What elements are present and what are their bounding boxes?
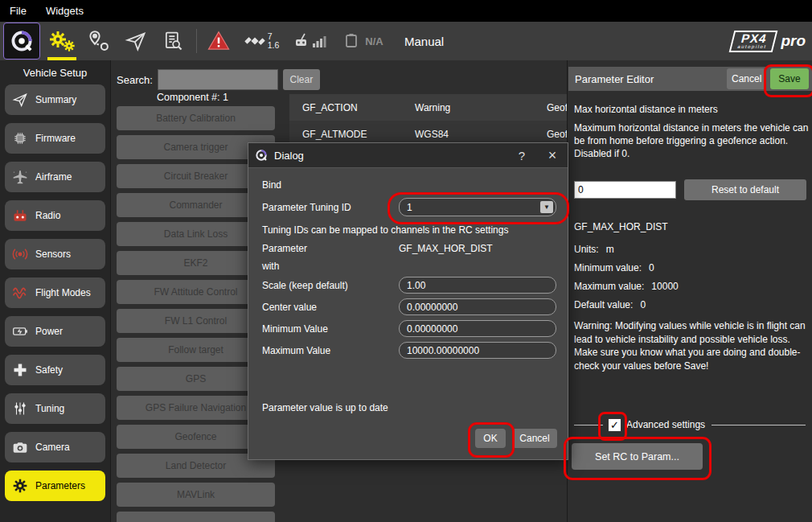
group-battery-calibration[interactable]: Battery Calibration bbox=[117, 106, 275, 130]
sidebar-item-airframe[interactable]: Airframe bbox=[5, 162, 105, 192]
param-value-input[interactable] bbox=[574, 181, 676, 199]
sidebar-item-label: Camera bbox=[35, 442, 70, 453]
min-label: Minimum value: bbox=[574, 262, 642, 273]
px4-logo-box: PX4 autopilot bbox=[729, 31, 778, 52]
battery-indicator[interactable]: N/A bbox=[334, 22, 392, 60]
vehicle-setup-sidebar: Vehicle Setup Summary Firmware Airframe bbox=[0, 60, 111, 522]
analyze-tab[interactable] bbox=[154, 22, 191, 60]
sidebar-item-firmware[interactable]: Firmware bbox=[5, 123, 105, 154]
maximum-value-input[interactable]: 10000.00000000 bbox=[399, 342, 556, 359]
set-rc-to-param-button[interactable]: Set RC to Param... bbox=[572, 443, 703, 470]
sidebar-item-label: Radio bbox=[35, 210, 60, 221]
vehicle-setup-tab[interactable] bbox=[43, 22, 80, 60]
menu-widgets[interactable]: Widgets bbox=[46, 5, 84, 17]
sidebar-title: Vehicle Setup bbox=[0, 60, 110, 84]
sidebar-item-power[interactable]: Power bbox=[5, 316, 105, 347]
reset-to-default-button[interactable]: Reset to default bbox=[684, 179, 806, 200]
fly-tab[interactable] bbox=[117, 22, 154, 60]
editor-save-button[interactable]: Save bbox=[770, 68, 809, 89]
rc-radio-icon bbox=[10, 206, 31, 225]
dialog-close-button[interactable]: × bbox=[540, 144, 564, 166]
maximum-value-label: Maximum Value bbox=[262, 345, 330, 356]
param-name: GF_MAX_HOR_DIST bbox=[574, 221, 668, 232]
warning-triangle-icon bbox=[206, 29, 232, 53]
gps-indicator[interactable]: 7 1.6 bbox=[236, 22, 287, 60]
table-row[interactable]: GF_ACTION Warning Geof bbox=[289, 94, 567, 121]
ok-button[interactable]: OK bbox=[475, 429, 506, 448]
paper-plane-icon bbox=[125, 30, 147, 52]
center-value-label: Center value bbox=[262, 302, 317, 313]
min-value: 0 bbox=[649, 262, 654, 273]
scale-input[interactable]: 1.00 bbox=[399, 277, 556, 294]
plan-tab[interactable] bbox=[80, 22, 117, 60]
advanced-settings-label: Advanced settings bbox=[626, 419, 705, 430]
divider-line bbox=[712, 425, 806, 425]
toolbar-divider bbox=[196, 29, 197, 53]
tuning-id-dropdown[interactable]: 1 ▼ bbox=[399, 198, 556, 216]
sidebar-item-radio[interactable]: Radio bbox=[5, 200, 105, 231]
center-value: 0.00000000 bbox=[407, 302, 457, 313]
default-value-row: Default value:0 bbox=[574, 299, 646, 310]
menu-file[interactable]: File bbox=[10, 5, 27, 17]
clear-button[interactable]: Clear bbox=[283, 69, 320, 90]
units-label: Units: bbox=[574, 244, 599, 255]
sidebar-item-safety[interactable]: Safety bbox=[5, 355, 105, 385]
group-mavlink[interactable]: MAVLink bbox=[117, 483, 275, 507]
rc-rssi-indicator[interactable] bbox=[287, 22, 334, 60]
min-value-row: Minimum value:0 bbox=[574, 262, 654, 273]
parameter-label-line1: Parameter bbox=[262, 243, 307, 254]
editor-cancel-button[interactable]: Cancel bbox=[727, 68, 765, 89]
sidebar-item-flight-modes[interactable]: Flight Modes bbox=[5, 277, 105, 308]
gears-icon bbox=[10, 476, 31, 495]
search-row: Search: Clear bbox=[117, 69, 320, 90]
sidebar-item-label: Flight Modes bbox=[35, 287, 91, 298]
battery-icon bbox=[10, 322, 31, 341]
px4-logo-text: PX4 bbox=[738, 33, 770, 44]
divider-line bbox=[574, 425, 603, 425]
sidebar-item-label: Summary bbox=[35, 94, 76, 105]
advanced-settings-row: ✓ Advanced settings bbox=[574, 417, 806, 432]
dialog-titlebar: Dialog ? × bbox=[248, 143, 568, 168]
max-label: Maximum value: bbox=[574, 281, 644, 292]
dialog-cancel-button[interactable]: Cancel bbox=[512, 429, 557, 448]
sidebar-item-label: Firmware bbox=[35, 133, 76, 144]
group-partial[interactable] bbox=[117, 512, 275, 522]
param-long-description: Maximum horizontal distance in meters th… bbox=[574, 121, 809, 160]
center-value-input[interactable]: 0.00000000 bbox=[399, 298, 556, 315]
minimum-value-input[interactable]: 0.00000000 bbox=[399, 320, 556, 337]
component-header: Component #: 1 bbox=[157, 92, 228, 103]
param-short-description: Max horizontal distance in meters bbox=[574, 104, 718, 115]
dialog-body: Bind Parameter Tuning ID 1 ▼ Tuning IDs … bbox=[248, 167, 568, 459]
sensor-waves-icon bbox=[10, 245, 31, 264]
scale-value: 1.00 bbox=[407, 280, 425, 291]
sidebar-item-camera[interactable]: Camera bbox=[5, 432, 105, 462]
qgc-logo-button[interactable] bbox=[3, 23, 40, 60]
tuning-id-label: Parameter Tuning ID bbox=[262, 202, 351, 213]
sidebar-item-label: Power bbox=[35, 326, 63, 337]
sidebar-item-sensors[interactable]: Sensors bbox=[5, 239, 105, 269]
maximum-value: 10000.00000000 bbox=[407, 345, 479, 356]
max-value-row: Maximum value:10000 bbox=[574, 281, 679, 292]
messages-indicator[interactable] bbox=[202, 22, 236, 60]
units-value: m bbox=[606, 244, 614, 255]
satellite-icon bbox=[244, 30, 266, 52]
document-search-icon bbox=[162, 30, 184, 52]
advanced-settings-checkbox[interactable]: ✓ bbox=[608, 418, 621, 432]
dialog-help-button[interactable]: ? bbox=[510, 144, 534, 166]
camera-icon bbox=[10, 438, 31, 457]
rc-transmitter-icon bbox=[293, 31, 312, 51]
minimum-value: 0.00000000 bbox=[407, 323, 457, 335]
scale-label: Scale (keep default) bbox=[262, 280, 348, 291]
toolbar: 7 1.6 N/A bbox=[0, 22, 812, 60]
sidebar-item-parameters[interactable]: Parameters bbox=[5, 471, 105, 501]
chevron-down-icon[interactable]: ▼ bbox=[540, 201, 553, 213]
menubar: File Widgets bbox=[0, 0, 812, 22]
sidebar-item-tuning[interactable]: Tuning bbox=[5, 393, 105, 424]
search-input[interactable] bbox=[158, 69, 278, 90]
gps-hdop: 1.6 bbox=[268, 41, 280, 50]
sidebar-item-summary[interactable]: Summary bbox=[5, 84, 105, 115]
sidebar-item-label: Airframe bbox=[35, 171, 72, 183]
sine-wave-icon bbox=[10, 283, 31, 302]
signal-bars-icon bbox=[312, 33, 328, 49]
flight-mode-indicator[interactable]: Manual bbox=[404, 35, 444, 48]
